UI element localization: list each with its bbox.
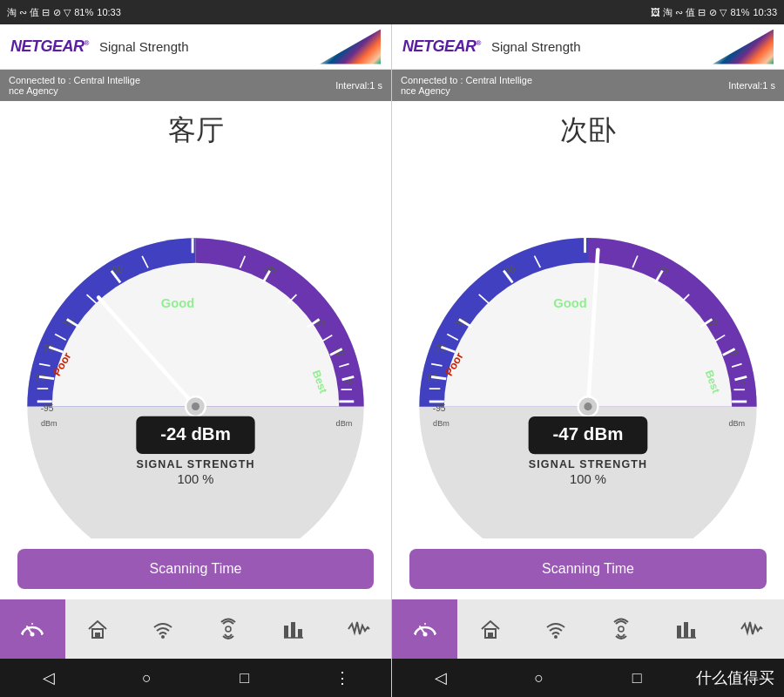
room-title-left: 客厅 — [0, 101, 391, 157]
svg-text:-85: -85 — [425, 374, 438, 383]
recent-btn-left[interactable]: □ — [196, 659, 294, 697]
menu-btn-left[interactable]: ⋮ — [294, 659, 391, 697]
home-icon-left — [85, 617, 110, 641]
svg-text:-85: -85 — [33, 374, 46, 383]
svg-text:dBm: dBm — [433, 419, 449, 428]
svg-point-106 — [554, 635, 558, 639]
netgear-logo-right: NETGEAR — [402, 37, 481, 56]
nav-chart-right[interactable] — [653, 599, 719, 659]
status-left-icons: 淘 ∾ 值 ⊟ — [7, 6, 50, 19]
svg-rect-109 — [684, 622, 688, 638]
header-title-left: Signal Strength — [99, 39, 189, 54]
svg-rect-110 — [691, 629, 695, 638]
svg-text:-95: -95 — [433, 403, 446, 413]
svg-point-100 — [422, 633, 427, 637]
svg-text:-47 dBm: -47 dBm — [553, 423, 624, 443]
status-battery-left: 81% — [74, 7, 93, 17]
nav-home-left[interactable] — [65, 599, 131, 659]
netgear-logo-left: NETGEAR — [10, 37, 89, 56]
nav-signal-right[interactable] — [588, 599, 653, 659]
chart-icon-left — [281, 617, 306, 641]
panel-right: NETGEAR Signal Strength Connected to : C… — [392, 24, 784, 697]
status-time-left: 10:33 — [97, 7, 121, 17]
status-right-signal: ⊘ ▽ — [709, 7, 727, 18]
status-right: 🖼 淘 ∾ 值 ⊟ ⊘ ▽ 81% 10:33 — [392, 6, 777, 19]
svg-text:Good: Good — [553, 296, 587, 310]
header-rainbow-right — [713, 30, 774, 64]
svg-text:-95: -95 — [41, 403, 54, 413]
signal-icon-right — [609, 617, 633, 641]
status-time-right: 10:33 — [753, 7, 777, 17]
room-title-right: 次卧 — [392, 101, 784, 157]
svg-rect-108 — [677, 626, 681, 638]
chart-icon-right — [674, 617, 699, 641]
wifi-icon-left — [151, 617, 175, 641]
nav-wifi-left[interactable] — [131, 599, 196, 659]
svg-rect-52 — [284, 626, 288, 638]
home-btn-left[interactable]: ○ — [98, 659, 195, 697]
recent-btn-right[interactable]: □ — [588, 659, 686, 697]
gauge-container-right: -95 -85 -75 -65 -50 -35 -25 -15 -5 dBm d… — [392, 157, 784, 538]
nav-wave-right[interactable] — [719, 599, 784, 659]
wave-icon-right — [740, 617, 764, 641]
gauge-right: -95 -85 -75 -65 -50 -35 -25 -15 -5 dBm d… — [409, 166, 767, 538]
nav-home-right[interactable] — [457, 599, 523, 659]
svg-point-107 — [618, 626, 624, 632]
status-left-signal: ⊘ ▽ — [53, 7, 71, 18]
svg-point-51 — [226, 626, 231, 632]
connected-label-left: Connected to : Central Intelligence Agen… — [9, 75, 140, 96]
header-title-right: Signal Strength — [491, 39, 581, 54]
gauge-icon-right — [411, 615, 439, 643]
back-btn-right[interactable]: ◁ — [392, 659, 490, 697]
panel-left: NETGEAR Signal Strength Connected to : C… — [0, 24, 392, 697]
header-rainbow-left — [320, 30, 381, 64]
nav-wifi-right[interactable] — [523, 599, 588, 659]
gauge-container-left: -95 -85 -75 -65 -50 -35 -25 -15 -5 dBm d… — [0, 157, 391, 538]
back-btn-left[interactable]: ◁ — [0, 659, 98, 697]
svg-point-50 — [161, 635, 165, 639]
wave-icon-left — [347, 617, 371, 641]
svg-text:100 %: 100 % — [178, 472, 214, 486]
svg-point-44 — [30, 633, 35, 637]
gauge-left: -95 -85 -75 -65 -50 -35 -25 -15 -5 dBm d… — [17, 166, 374, 538]
system-nav-left: ◁ ○ □ ⋮ — [0, 659, 391, 697]
connected-label-right: Connected to : Central Intelligence Agen… — [401, 75, 532, 96]
interval-left: Interval:1 s — [335, 80, 382, 91]
svg-rect-53 — [291, 622, 295, 638]
svg-point-94 — [584, 403, 591, 410]
watermark-right: 什么值得买 — [686, 659, 785, 697]
bottom-nav-right — [392, 599, 784, 659]
nav-chart-left[interactable] — [260, 599, 326, 659]
svg-text:SIGNAL STRENGTH: SIGNAL STRENGTH — [136, 458, 254, 470]
interval-right: Interval:1 s — [728, 80, 775, 91]
nav-wave-left[interactable] — [326, 599, 391, 659]
scanning-time-btn-left[interactable]: Scanning Time — [17, 549, 374, 589]
status-battery-right: 81% — [730, 7, 749, 17]
gauge-icon-left — [18, 615, 46, 643]
panel-left-header: NETGEAR Signal Strength — [0, 24, 391, 70]
nav-signal-left[interactable] — [195, 599, 260, 659]
panel-right-header: NETGEAR Signal Strength — [392, 24, 784, 70]
svg-text:-35: -35 — [656, 265, 669, 274]
bottom-nav-left — [0, 599, 391, 659]
system-nav-right: ◁ ○ □ 什么值得买 — [392, 659, 784, 697]
nav-gauge-left[interactable] — [0, 599, 65, 659]
svg-text:dBm: dBm — [41, 419, 57, 428]
nav-gauge-right[interactable] — [392, 599, 457, 659]
svg-text:100 %: 100 % — [570, 472, 606, 486]
svg-text:dBm: dBm — [728, 419, 745, 428]
svg-text:-24 dBm: -24 dBm — [160, 423, 231, 443]
svg-rect-49 — [95, 633, 100, 638]
svg-point-38 — [192, 403, 199, 410]
home-icon-right — [478, 617, 503, 641]
connected-bar-right: Connected to : Central Intelligence Agen… — [392, 70, 784, 101]
svg-text:Good: Good — [161, 296, 195, 310]
scanning-time-btn-right[interactable]: Scanning Time — [409, 549, 767, 589]
svg-rect-54 — [298, 629, 302, 638]
svg-rect-105 — [488, 633, 493, 638]
connected-bar-left: Connected to : Central Intelligence Agen… — [0, 70, 391, 101]
status-bar-top: 淘 ∾ 值 ⊟ ⊘ ▽ 81% 10:33 🖼 淘 ∾ 值 ⊟ ⊘ ▽ 81% … — [0, 0, 784, 24]
home-btn-right[interactable]: ○ — [490, 659, 589, 697]
wifi-icon-right — [544, 617, 568, 641]
status-right-icons: 🖼 淘 ∾ 值 ⊟ — [651, 6, 706, 19]
